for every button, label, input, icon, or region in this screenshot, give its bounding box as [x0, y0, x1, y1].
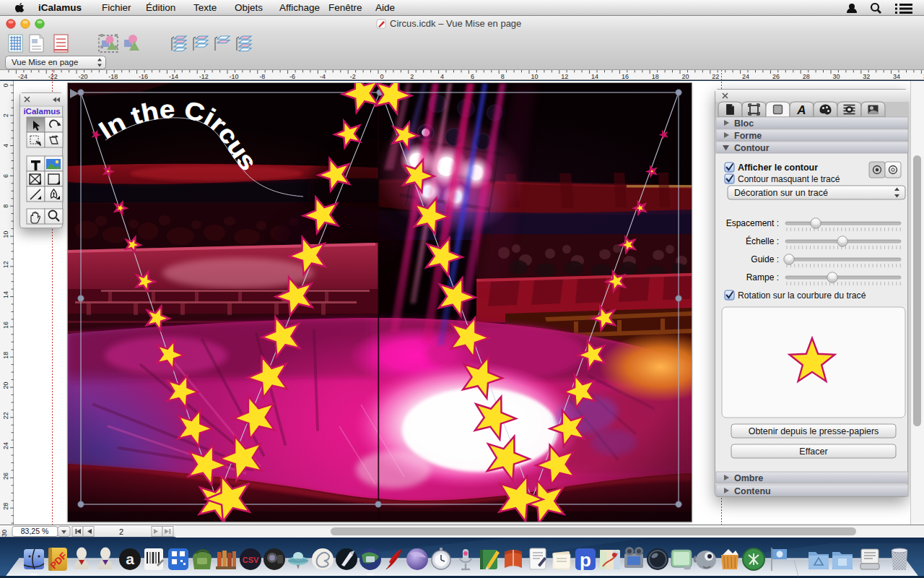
- svg-text:Échelle :: Échelle :: [746, 236, 779, 246]
- svg-text:2: 2: [2, 113, 9, 117]
- svg-text:28: 28: [803, 73, 810, 80]
- svg-text:18: 18: [2, 352, 9, 359]
- svg-text:34: 34: [893, 73, 900, 80]
- svg-text:26: 26: [772, 73, 780, 80]
- svg-text:12: 12: [2, 261, 9, 268]
- svg-text:8: 8: [501, 73, 505, 80]
- svg-text:Guide :: Guide :: [751, 254, 779, 264]
- svg-text:Forme: Forme: [734, 131, 762, 141]
- svg-text:30: 30: [833, 73, 840, 80]
- svg-text:2: 2: [410, 73, 414, 80]
- svg-text:CSV: CSV: [243, 556, 259, 564]
- svg-text:A: A: [796, 103, 806, 117]
- svg-text:4: 4: [440, 73, 444, 80]
- svg-text:32: 32: [863, 73, 870, 80]
- svg-text:p: p: [580, 549, 591, 571]
- svg-text:28: 28: [2, 503, 9, 510]
- svg-text:22: 22: [712, 73, 719, 80]
- svg-text:-2: -2: [350, 73, 356, 80]
- svg-text:-22: -22: [48, 73, 58, 80]
- svg-text:-12: -12: [199, 73, 209, 80]
- svg-text:14: 14: [2, 291, 9, 298]
- svg-text:26: 26: [2, 473, 9, 480]
- svg-text:Rotation sur la courbure du tr: Rotation sur la courbure du tracé: [738, 290, 866, 301]
- svg-text:-6: -6: [289, 73, 295, 80]
- svg-text:-20: -20: [79, 73, 88, 80]
- svg-text:Ombre: Ombre: [734, 473, 763, 483]
- svg-text:Contour masquant le tracé: Contour masquant le tracé: [738, 174, 840, 184]
- svg-text:Vue Mise en page: Vue Mise en page: [12, 58, 78, 66]
- svg-text:-18: -18: [108, 73, 118, 80]
- svg-text:-14: -14: [169, 73, 178, 80]
- svg-text:-10: -10: [230, 73, 239, 80]
- svg-text:12: 12: [561, 73, 568, 80]
- svg-text:24: 24: [2, 442, 9, 449]
- svg-text:8: 8: [2, 204, 9, 208]
- svg-text:0: 0: [380, 73, 384, 80]
- svg-text:22: 22: [2, 412, 9, 419]
- svg-text:16: 16: [622, 73, 629, 80]
- svg-text:6: 6: [2, 174, 9, 178]
- svg-text:Contour: Contour: [734, 143, 770, 153]
- svg-text:Espacement :: Espacement :: [726, 218, 779, 228]
- svg-text:-24: -24: [18, 73, 27, 80]
- svg-text:iCalamus: iCalamus: [23, 107, 60, 116]
- svg-text:30: 30: [1, 530, 8, 537]
- svg-text:4: 4: [2, 144, 9, 147]
- svg-text:-16: -16: [139, 73, 148, 80]
- svg-text:18: 18: [652, 73, 659, 80]
- svg-text:6: 6: [471, 73, 474, 80]
- svg-text:10: 10: [531, 73, 539, 80]
- svg-text:10: 10: [2, 230, 9, 238]
- svg-text:20: 20: [682, 73, 689, 80]
- svg-text:Décoration sur un tracé: Décoration sur un tracé: [734, 188, 828, 198]
- svg-text:Bloc: Bloc: [734, 118, 754, 129]
- svg-text:16: 16: [2, 322, 9, 329]
- svg-text:Obtenir depuis le presse-papie: Obtenir depuis le presse-papiers: [749, 426, 879, 436]
- svg-text:Afficher le contour: Afficher le contour: [738, 163, 818, 173]
- svg-text:Rampe :: Rampe :: [746, 272, 779, 282]
- svg-text:Contenu: Contenu: [734, 486, 771, 496]
- svg-text:14: 14: [591, 73, 598, 80]
- svg-text:2: 2: [119, 527, 123, 536]
- svg-text:a: a: [126, 551, 134, 567]
- svg-text:Effacer: Effacer: [799, 447, 827, 457]
- svg-text:24: 24: [742, 73, 749, 80]
- svg-text:-8: -8: [259, 73, 265, 80]
- svg-text:83,25 %: 83,25 %: [21, 527, 49, 535]
- svg-text:-4: -4: [320, 73, 326, 80]
- svg-text:20: 20: [2, 381, 9, 389]
- svg-text:0: 0: [2, 83, 9, 87]
